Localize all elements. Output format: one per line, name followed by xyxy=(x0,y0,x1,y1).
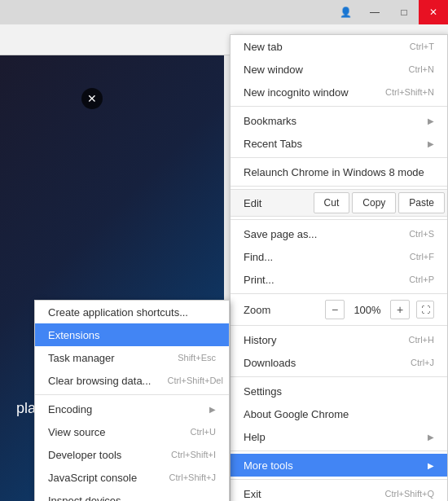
task-manager-item[interactable]: Task manager Shift+Esc xyxy=(35,346,229,369)
minimize-button[interactable]: — xyxy=(360,0,389,24)
zoom-out-button[interactable]: − xyxy=(325,300,345,319)
inspect-devices-item[interactable]: Inspect devices xyxy=(35,489,229,501)
developer-tools-item[interactable]: Developer tools Ctrl+Shift+I xyxy=(35,443,229,466)
menu-sep-2 xyxy=(231,157,447,158)
extensions-item[interactable]: Extensions xyxy=(35,323,229,346)
new-tab-item[interactable]: New tab Ctrl+T xyxy=(231,35,447,58)
cut-button[interactable]: Cut xyxy=(314,192,350,213)
more-tools-submenu: Create application shortcuts... Extensio… xyxy=(34,300,230,501)
history-item[interactable]: History Ctrl+H xyxy=(231,328,447,351)
view-source-item[interactable]: View source Ctrl+U xyxy=(35,420,229,443)
new-window-item[interactable]: New window Ctrl+N xyxy=(231,58,447,81)
exit-item[interactable]: Exit Ctrl+Shift+Q xyxy=(231,482,447,501)
menu-sep-7 xyxy=(231,376,447,377)
browser-chrome: 👤 — □ ✕ xyxy=(0,0,448,24)
minimize-icon: — xyxy=(370,7,380,18)
encoding-item[interactable]: Encoding ▶ xyxy=(35,398,229,420)
new-incognito-item[interactable]: New incognito window Ctrl+Shift+N xyxy=(231,81,447,103)
more-tools-item[interactable]: More tools ▶ xyxy=(231,454,447,477)
menu-sep-6 xyxy=(231,325,447,326)
save-page-item[interactable]: Save page as... Ctrl+S xyxy=(231,222,447,245)
fullscreen-button[interactable]: ⛶ xyxy=(416,301,434,319)
menu-sep-5 xyxy=(231,293,447,294)
paste-button[interactable]: Paste xyxy=(398,192,445,213)
menu-sep-1 xyxy=(231,106,447,107)
edit-row: Edit Cut Copy Paste xyxy=(231,189,447,217)
zoom-minus-icon: − xyxy=(332,303,338,316)
fullscreen-icon: ⛶ xyxy=(421,305,430,314)
menu-sep-8 xyxy=(231,450,447,451)
help-item[interactable]: Help ▶ xyxy=(231,425,447,448)
find-item[interactable]: Find... Ctrl+F xyxy=(231,245,447,268)
recent-tabs-item[interactable]: Recent Tabs ▶ xyxy=(231,132,447,155)
main-menu: New tab Ctrl+T New window Ctrl+N New inc… xyxy=(230,34,448,501)
zoom-in-button[interactable]: + xyxy=(390,300,410,319)
zoom-plus-icon: + xyxy=(397,303,403,316)
maximize-button[interactable]: □ xyxy=(389,0,419,24)
maximize-icon: □ xyxy=(401,7,406,18)
create-app-shortcuts-item[interactable]: Create application shortcuts... xyxy=(35,301,229,323)
clear-browsing-data-item[interactable]: Clear browsing data... Ctrl+Shift+Del xyxy=(35,369,229,392)
close-button[interactable]: ✕ xyxy=(419,0,448,24)
menu-sep-4 xyxy=(231,219,447,220)
menu-sep-9 xyxy=(231,479,447,480)
zoom-level: 100% xyxy=(351,304,384,316)
downloads-item[interactable]: Downloads Ctrl+J xyxy=(231,351,447,374)
tab-close-button[interactable]: ✕ xyxy=(81,88,103,109)
submenu-separator-1 xyxy=(35,394,229,395)
print-item[interactable]: Print... Ctrl+P xyxy=(231,268,447,291)
settings-item[interactable]: Settings xyxy=(231,380,447,402)
close-icon: ✕ xyxy=(429,7,437,18)
javascript-console-item[interactable]: JavaScript console Ctrl+Shift+J xyxy=(35,466,229,489)
user-button[interactable]: 👤 xyxy=(331,0,360,24)
zoom-row: Zoom − 100% + ⛶ xyxy=(231,297,447,323)
close-circle-icon: ✕ xyxy=(87,92,97,105)
user-icon: 👤 xyxy=(340,7,352,18)
relaunch-item[interactable]: Relaunch Chrome in Windows 8 mode xyxy=(231,160,447,183)
copy-button[interactable]: Copy xyxy=(352,192,396,213)
bookmarks-item[interactable]: Bookmarks ▶ xyxy=(231,109,447,132)
menu-sep-3 xyxy=(231,186,447,187)
window-controls: 👤 — □ ✕ xyxy=(331,0,448,24)
about-chrome-item[interactable]: About Google Chrome xyxy=(231,402,447,425)
